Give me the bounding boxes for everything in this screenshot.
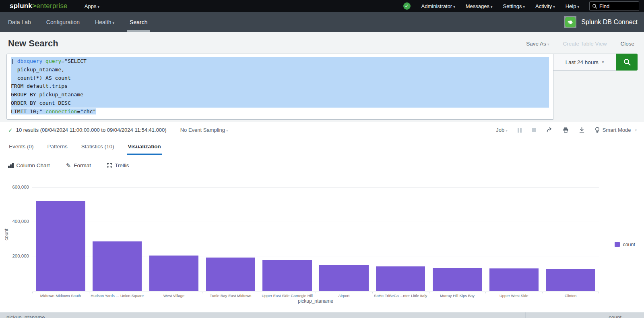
event-sampling-menu[interactable]: No Event Sampling▾ xyxy=(180,127,228,133)
column-header-count[interactable]: count xyxy=(525,312,644,318)
stop-icon xyxy=(532,128,536,132)
trellis-label: Trellis xyxy=(115,162,129,168)
plot-area xyxy=(32,188,599,291)
nav-item-data-lab[interactable]: Data Lab xyxy=(8,12,31,32)
query-line: GROUP BY pickup_ntaname xyxy=(11,91,549,99)
x-category-label: Murray Hill-Kips Bay xyxy=(429,292,486,298)
nav-item-search[interactable]: Search xyxy=(130,12,147,32)
bar-3[interactable] xyxy=(149,256,198,291)
x-category-label: Hudson Yards-...-Union Square xyxy=(89,292,146,298)
legend-swatch xyxy=(615,242,620,247)
time-range-picker[interactable]: Last 24 hours▾ xyxy=(553,54,616,71)
bar-slot xyxy=(259,188,316,291)
tab-visualization[interactable]: Visualization xyxy=(127,143,162,155)
x-category-label: Turtle Bay-East Midtown xyxy=(202,292,259,298)
app-title: Splunk DB Connect xyxy=(581,19,638,26)
bar-slot xyxy=(372,188,429,291)
nav-item-health[interactable]: Health▾ xyxy=(95,12,114,32)
statistics-table-header: pickup_ntaname count xyxy=(0,312,644,318)
job-menu[interactable]: Job▾ xyxy=(496,127,508,133)
health-status-icon[interactable]: ✓ xyxy=(403,2,411,10)
splunk-logo: splunk>enterprise xyxy=(10,2,68,10)
chevron-down-icon: ▾ xyxy=(547,42,549,46)
check-icon: ✓ xyxy=(405,3,409,9)
column-header-pickup-ntaname[interactable]: pickup_ntaname xyxy=(0,312,525,318)
page-title: New Search xyxy=(8,38,58,49)
bar-7[interactable] xyxy=(376,266,425,291)
messages-menu-label: Messages xyxy=(466,3,489,9)
results-count-text: 10 results (08/04/2024 11:00:00.000 to 0… xyxy=(16,127,167,133)
chevron-down-icon: ▾ xyxy=(553,5,555,9)
nav-item-health-label: Health xyxy=(95,19,111,25)
nav-item-configuration[interactable]: Configuration xyxy=(46,12,80,32)
query-line: pickup_ntaname, xyxy=(11,66,549,74)
find-search-box[interactable] xyxy=(589,1,639,11)
search-icon xyxy=(623,58,631,66)
bar-2[interactable] xyxy=(93,241,142,291)
query-line: ORDER BY count DESC xyxy=(11,99,549,108)
format-button[interactable]: ✎ Format xyxy=(66,162,91,169)
x-axis-title: pickup_ntaname xyxy=(32,298,599,304)
bar-10[interactable] xyxy=(546,269,595,291)
plug-icon xyxy=(565,17,576,27)
chevron-down-icon: ▾ xyxy=(491,5,493,9)
event-sampling-label: No Event Sampling xyxy=(180,127,225,133)
activity-menu-label: Activity xyxy=(535,3,552,9)
share-icon[interactable] xyxy=(546,127,553,133)
run-search-button[interactable] xyxy=(616,54,638,71)
y-axis-ticks: 200,000400,000600,000 xyxy=(0,188,29,291)
db-connect-icon-tile xyxy=(564,16,576,28)
chevron-down-icon: ▾ xyxy=(602,60,604,64)
settings-menu[interactable]: Settings▾ xyxy=(503,3,525,9)
save-as-button[interactable]: Save As▾ xyxy=(526,41,549,47)
bar-4[interactable] xyxy=(206,258,255,291)
bar-6[interactable] xyxy=(319,265,368,291)
tab-statistics[interactable]: Statistics (10) xyxy=(80,143,115,155)
chevron-down-icon: ▾ xyxy=(523,5,525,9)
query-line: LIMIT 10;" connection="chc" xyxy=(11,108,549,116)
job-controls: Job▾ Smart Mode▾ xyxy=(496,127,637,133)
help-menu[interactable]: Help▾ xyxy=(566,3,579,9)
create-table-view-button: Create Table View xyxy=(563,41,607,47)
query-line: count(*) AS count xyxy=(11,74,549,83)
bar-slot xyxy=(485,188,542,291)
legend-item-count[interactable]: count xyxy=(615,242,635,247)
apps-menu[interactable]: Apps▾ xyxy=(85,3,99,9)
chart-type-button[interactable]: Column Chart xyxy=(8,162,50,168)
x-category-label: Midtown-Midtown South xyxy=(32,292,89,298)
pause-icon xyxy=(518,128,522,133)
x-axis-category-labels: Midtown-Midtown SouthHudson Yards-...-Un… xyxy=(32,292,599,298)
job-status-bar: ✓ 10 results (08/04/2024 11:00:00.000 to… xyxy=(0,122,644,138)
pencil-icon: ✎ xyxy=(66,162,71,169)
x-category-label: SoHo-TriBeCa-...nter-Little Italy xyxy=(372,292,429,298)
y-tick-label: 400,000 xyxy=(12,219,29,224)
chevron-down-icon: ▾ xyxy=(97,5,99,9)
search-mode-menu[interactable]: Smart Mode▾ xyxy=(595,127,637,133)
download-icon[interactable] xyxy=(579,127,585,133)
bar-slot xyxy=(429,188,486,291)
bar-5[interactable] xyxy=(262,260,312,291)
tab-events[interactable]: Events (0) xyxy=(8,143,35,155)
chevron-down-icon: ▾ xyxy=(226,129,228,133)
save-as-label: Save As xyxy=(526,41,546,47)
column-chart-icon xyxy=(8,163,14,168)
bar-8[interactable] xyxy=(433,268,482,291)
messages-menu[interactable]: Messages▾ xyxy=(466,3,493,9)
close-button[interactable]: Close xyxy=(620,41,634,47)
header-actions: Save As▾ Create Table View Close xyxy=(526,41,634,47)
tab-patterns[interactable]: Patterns xyxy=(47,143,68,155)
format-label: Format xyxy=(74,162,91,168)
splunk-topbar: splunk>enterprise Apps▾ ✓ Administrator▾… xyxy=(0,0,644,12)
bar-1[interactable] xyxy=(36,201,85,291)
search-query-input[interactable]: | dbxquery query="SELECT pickup_ntaname,… xyxy=(6,54,553,120)
print-icon[interactable] xyxy=(563,127,569,133)
trellis-button[interactable]: Trellis xyxy=(107,162,129,168)
administrator-menu[interactable]: Administrator▾ xyxy=(421,3,455,9)
bar-9[interactable] xyxy=(489,268,539,291)
query-line: FROM default.trips xyxy=(11,82,549,91)
find-input[interactable] xyxy=(599,3,636,9)
activity-menu[interactable]: Activity▾ xyxy=(535,3,555,9)
legend-label: count xyxy=(623,242,635,247)
y-tick-label: 600,000 xyxy=(12,185,29,189)
x-category-label: West Village xyxy=(146,292,202,298)
